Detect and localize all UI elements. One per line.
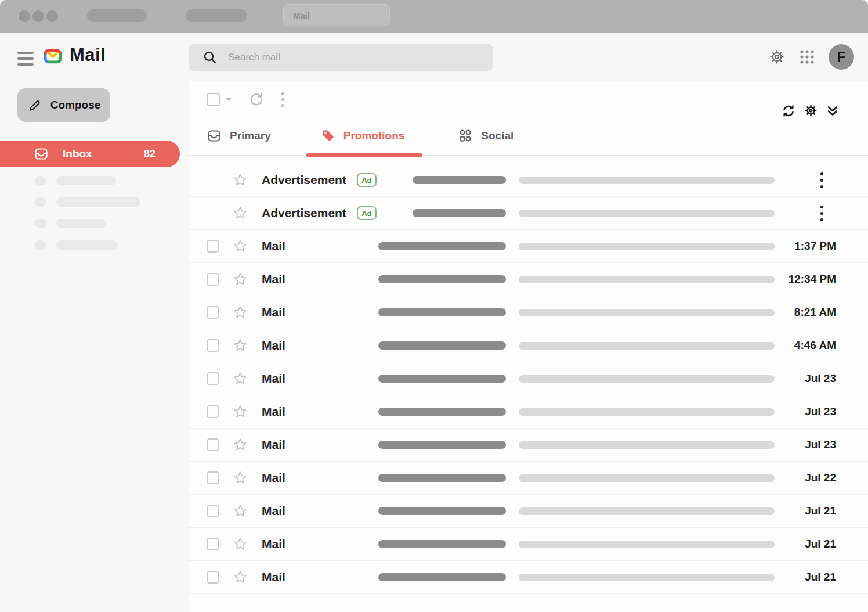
email-checkbox[interactable] (207, 240, 219, 253)
sidebar: Compose Inbox 82 (0, 81, 189, 612)
browser-tab-mail[interactable]: Mail (283, 4, 390, 26)
double-chevron-down-icon[interactable] (826, 105, 839, 117)
email-checkbox[interactable] (207, 273, 219, 286)
subject-placeholder-bar (378, 573, 506, 581)
email-checkbox[interactable] (207, 405, 219, 418)
email-row[interactable]: MailJul 21 (189, 528, 868, 561)
email-row[interactable]: Mail4:46 AM (189, 329, 868, 362)
email-row[interactable]: MailJul 23 (189, 429, 868, 462)
star-icon[interactable] (233, 470, 248, 485)
select-all-checkbox[interactable] (207, 93, 220, 106)
email-subject: Mail (262, 272, 285, 286)
placeholder-dot (35, 176, 46, 185)
ad-row[interactable]: AdvertisementAd (189, 197, 868, 230)
ad-row[interactable]: AdvertisementAd (189, 164, 868, 197)
email-checkbox[interactable] (207, 471, 219, 484)
email-checkbox[interactable] (207, 438, 219, 451)
settings-gear-icon[interactable] (768, 48, 786, 66)
compose-button[interactable]: Compose (17, 88, 110, 122)
sidebar-placeholder-item (35, 197, 140, 207)
search-input[interactable] (218, 52, 493, 63)
placeholder-bar (56, 197, 140, 207)
email-checkbox[interactable] (207, 372, 219, 385)
primary-inbox-icon (207, 128, 222, 143)
star-icon[interactable] (233, 537, 248, 552)
email-list-pane: Primary Promotions Social Adve (189, 81, 868, 612)
subject-placeholder-bar (378, 308, 506, 316)
email-time: Jul 21 (805, 538, 836, 550)
category-tabs: Primary Promotions Social (189, 116, 868, 156)
avatar[interactable]: F (829, 44, 854, 70)
star-icon[interactable] (233, 239, 248, 254)
star-icon[interactable] (233, 206, 248, 221)
email-time: Jul 21 (805, 505, 836, 517)
select-dropdown-caret-icon[interactable] (225, 96, 233, 102)
email-time: 1:37 PM (794, 240, 836, 253)
star-icon[interactable] (233, 404, 248, 419)
email-row[interactable]: MailJul 23 (189, 362, 868, 395)
apps-grid-icon[interactable] (800, 49, 815, 64)
email-subject: Mail (262, 305, 285, 319)
row-more-options-icon[interactable] (820, 206, 823, 221)
star-icon[interactable] (233, 503, 248, 519)
inbox-label: Inbox (63, 147, 92, 160)
star-icon[interactable] (233, 437, 248, 452)
sidebar-placeholder-item (35, 240, 117, 250)
hamburger-menu-icon[interactable] (17, 52, 34, 66)
more-options-icon[interactable] (281, 92, 284, 107)
star-icon[interactable] (233, 371, 248, 386)
snippet-placeholder-bar (519, 541, 775, 548)
list-toolbar (189, 81, 868, 116)
subject-placeholder-bar (378, 341, 506, 350)
email-checkbox[interactable] (207, 339, 219, 352)
star-icon[interactable] (233, 305, 248, 320)
subject-placeholder-bar (378, 507, 506, 515)
window-dot[interactable] (46, 10, 58, 22)
email-checkbox[interactable] (207, 505, 219, 517)
row-more-options-icon[interactable] (820, 172, 823, 188)
browser-tab-placeholder[interactable] (87, 9, 147, 22)
sidebar-item-inbox[interactable]: Inbox 82 (0, 141, 180, 167)
active-tab-underline (306, 153, 422, 157)
email-checkbox[interactable] (207, 538, 219, 550)
window-dot[interactable] (32, 10, 44, 22)
mail-logo-icon (42, 45, 64, 67)
star-icon[interactable] (233, 570, 248, 585)
window-control-dots[interactable] (19, 10, 58, 22)
snippet-placeholder-bar (519, 276, 775, 283)
email-row[interactable]: Mail1:37 PM (189, 230, 868, 263)
email-row[interactable]: MailJul 23 (189, 395, 868, 429)
search-bar[interactable] (189, 44, 493, 71)
subject-placeholder-bar (378, 441, 506, 449)
star-icon[interactable] (233, 338, 248, 353)
snippet-placeholder-bar (519, 177, 775, 184)
email-row[interactable]: MailJul 22 (189, 462, 868, 495)
star-icon[interactable] (233, 272, 248, 287)
email-subject: Mail (262, 339, 285, 352)
browser-tab-placeholder[interactable] (186, 9, 247, 22)
window-dot[interactable] (19, 10, 30, 22)
snippet-placeholder-bar (519, 574, 775, 581)
email-row[interactable]: Mail12:34 PM (189, 263, 868, 296)
email-time: Jul 23 (805, 438, 836, 451)
tab-primary[interactable]: Primary (207, 128, 271, 143)
email-checkbox[interactable] (207, 306, 219, 319)
pencil-icon (27, 98, 42, 113)
subject-placeholder-bar (378, 408, 506, 416)
email-subject: Mail (262, 471, 285, 485)
email-row[interactable]: Mail8:21 AM (189, 296, 868, 329)
compose-label: Compose (50, 99, 101, 111)
tab-social[interactable]: Social (458, 128, 513, 143)
star-icon[interactable] (233, 172, 248, 188)
sync-icon[interactable] (782, 104, 795, 118)
email-row[interactable]: MailJul 21 (189, 495, 868, 528)
email-subject: Advertisement (262, 206, 346, 220)
snippet-placeholder-bar (519, 210, 775, 217)
email-checkbox[interactable] (207, 571, 219, 584)
subject-placeholder-bar (413, 176, 506, 184)
email-subject: Mail (262, 438, 285, 452)
avatar-initial: F (837, 49, 846, 65)
tab-promotions[interactable]: Promotions (321, 128, 405, 143)
email-row[interactable]: MailJul 21 (189, 561, 868, 594)
refresh-icon[interactable] (249, 92, 264, 107)
